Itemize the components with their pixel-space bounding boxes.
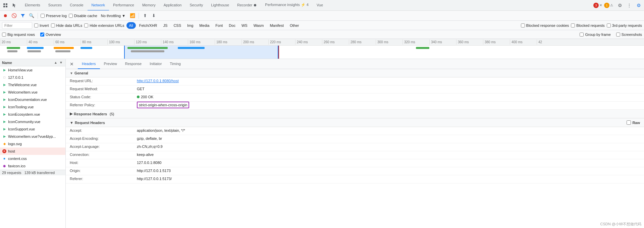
big-rows-checkbox[interactable] bbox=[2, 33, 6, 37]
screenshots-checkbox[interactable] bbox=[616, 33, 620, 37]
third-party-checkbox[interactable] bbox=[607, 23, 611, 27]
list-item[interactable]: ▶IconCommunity.vue bbox=[0, 118, 65, 125]
list-item[interactable]: ◉favicon.ico bbox=[0, 162, 65, 170]
online-icon[interactable]: 📶 bbox=[129, 12, 136, 19]
list-item[interactable]: ▶WelcomeItem.vue bbox=[0, 89, 65, 96]
timeline-bars[interactable] bbox=[0, 46, 644, 59]
tab-timing[interactable]: Timing bbox=[166, 59, 185, 69]
close-detail-button[interactable]: ✕ bbox=[68, 61, 75, 67]
blocked-cookies-label[interactable]: Blocked response cookies bbox=[521, 23, 569, 27]
request-header-row: Origin:http://127.0.0.1:5173 bbox=[66, 167, 644, 175]
blocked-requests-checkbox[interactable] bbox=[571, 23, 575, 27]
preserve-log-label[interactable]: Preserve log bbox=[41, 14, 67, 18]
tab-network[interactable]: Network bbox=[88, 0, 109, 11]
tab-response[interactable]: Response bbox=[121, 59, 146, 69]
request-header-row: Accept-Language:zh-CN,zh;q=0.9 bbox=[66, 143, 644, 151]
list-item[interactable]: ✕host bbox=[0, 148, 65, 155]
throttle-select[interactable]: No throttling ▼ bbox=[99, 13, 127, 19]
disable-cache-checkbox[interactable] bbox=[69, 14, 73, 18]
tab-vue[interactable]: Vue bbox=[313, 0, 327, 11]
list-item[interactable]: ▶HomeView.vue bbox=[0, 66, 65, 74]
invert-checkbox[interactable] bbox=[34, 23, 38, 27]
filter-input[interactable] bbox=[2, 22, 32, 29]
list-item[interactable]: ◆logo.svg bbox=[0, 140, 65, 148]
overview-checkbox[interactable] bbox=[40, 33, 44, 37]
tab-preview[interactable]: Preview bbox=[100, 59, 121, 69]
request-headers-arrow: ▼ bbox=[70, 121, 73, 125]
tab-recorder[interactable]: Recorder ⏺ bbox=[233, 0, 261, 11]
filter-type-fetch/xhr[interactable]: Fetch/XHR bbox=[137, 22, 160, 29]
raw-label[interactable]: Raw bbox=[627, 120, 640, 125]
blocked-requests-label[interactable]: Blocked requests bbox=[571, 23, 604, 27]
group-by-frame-checkbox[interactable] bbox=[580, 33, 584, 37]
general-section-header[interactable]: ▼ General bbox=[66, 69, 644, 77]
filter-type-media[interactable]: Media bbox=[197, 22, 212, 29]
clear-button[interactable]: 🚫 bbox=[11, 12, 17, 19]
customize-button[interactable]: ⚙ bbox=[635, 1, 643, 9]
upload-button[interactable]: ⬆ bbox=[142, 12, 148, 19]
filter-type-css[interactable]: CSS bbox=[171, 22, 184, 29]
preserve-log-checkbox[interactable] bbox=[41, 14, 45, 18]
error-badge: 3 bbox=[593, 3, 599, 8]
raw-checkbox[interactable] bbox=[627, 120, 631, 125]
invert-label[interactable]: Invert bbox=[34, 23, 49, 27]
record-button[interactable]: ⏺ bbox=[2, 12, 9, 19]
timeline-ruler: 20 ms40 ms60 ms80 ms100 ms120 ms140 ms16… bbox=[0, 39, 644, 46]
filter-type-font[interactable]: Font bbox=[213, 22, 225, 29]
search-button[interactable]: 🔍 bbox=[28, 12, 35, 19]
list-item[interactable]: ■content.css bbox=[0, 155, 65, 162]
list-item[interactable]: ▶IconTooling.vue bbox=[0, 103, 65, 111]
hide-data-urls-label[interactable]: Hide data URLs bbox=[51, 23, 83, 27]
scroll-down-button[interactable]: ▼ bbox=[59, 61, 63, 64]
request-url-value[interactable]: http://127.0.0.1:8080/host bbox=[137, 79, 640, 83]
disable-cache-label[interactable]: Disable cache bbox=[69, 14, 97, 18]
timeline-tick: 42 bbox=[537, 40, 564, 45]
third-party-label[interactable]: 3rd-party requests bbox=[607, 23, 642, 27]
list-item[interactable]: ▶TheWelcome.vue bbox=[0, 81, 65, 89]
tab-console[interactable]: Console bbox=[66, 0, 87, 11]
tab-application[interactable]: Application bbox=[160, 0, 186, 11]
request-headers-section[interactable]: ▼ Request Headers Raw bbox=[66, 118, 644, 127]
more-button[interactable]: ⋮ bbox=[625, 1, 633, 9]
overview-label[interactable]: Overview bbox=[40, 33, 61, 37]
hide-ext-urls-checkbox[interactable] bbox=[84, 23, 88, 27]
cursor-icon[interactable] bbox=[10, 1, 18, 9]
tab-elements[interactable]: Elements bbox=[21, 0, 44, 11]
tab-perf-insights[interactable]: Performance insights ⚡ 4 bbox=[261, 0, 313, 11]
timeline-tick: 40 ms bbox=[27, 40, 54, 45]
list-item[interactable]: □127.0.0.1 bbox=[0, 74, 65, 81]
group-by-frame-label[interactable]: Group by frame bbox=[580, 33, 610, 37]
list-item[interactable]: ▶WelcomeItem.vue?vue&typ... bbox=[0, 133, 65, 140]
scroll-up-button[interactable]: ▲ bbox=[53, 61, 58, 64]
filter-type-doc[interactable]: Doc bbox=[226, 22, 238, 29]
filter-type-wasm[interactable]: Wasm bbox=[251, 22, 267, 29]
devtools-icon[interactable] bbox=[1, 1, 9, 9]
hide-data-urls-checkbox[interactable] bbox=[51, 23, 55, 27]
filter-button[interactable] bbox=[19, 12, 26, 19]
tab-security[interactable]: Security bbox=[185, 0, 207, 11]
list-item[interactable]: ▶IconDocumentation.vue bbox=[0, 96, 65, 103]
timeline-tick: 240 ms bbox=[295, 40, 322, 45]
tab-initiator[interactable]: Initiator bbox=[146, 59, 166, 69]
tab-headers[interactable]: Headers bbox=[78, 59, 100, 69]
filter-type-other[interactable]: Other bbox=[287, 22, 302, 29]
tab-lighthouse[interactable]: Lighthouse bbox=[207, 0, 233, 11]
tab-performance[interactable]: Performance bbox=[109, 0, 138, 11]
big-rows-label[interactable]: Big request rows bbox=[2, 33, 35, 37]
download-button[interactable]: ⬇ bbox=[150, 12, 157, 19]
filter-type-all[interactable]: All bbox=[126, 22, 136, 29]
hide-ext-urls-label[interactable]: Hide extension URLs bbox=[84, 23, 124, 27]
filter-type-ws[interactable]: WS bbox=[239, 22, 250, 29]
list-item[interactable]: ▶IconEcosystem.vue bbox=[0, 111, 65, 118]
filter-type-js[interactable]: JS bbox=[161, 22, 170, 29]
response-headers-section[interactable]: ▶ Response Headers (5) bbox=[66, 110, 644, 118]
list-item[interactable]: ▶IconSupport.vue bbox=[0, 125, 65, 133]
filter-type-manifest[interactable]: Manifest bbox=[267, 22, 286, 29]
tab-sources[interactable]: Sources bbox=[44, 0, 66, 11]
screenshots-label[interactable]: Screenshots bbox=[616, 33, 642, 37]
filter-type-img[interactable]: Img bbox=[184, 22, 196, 29]
response-headers-count: (5) bbox=[110, 112, 114, 116]
tab-memory[interactable]: Memory bbox=[138, 0, 160, 11]
settings-button[interactable]: ⚙ bbox=[616, 1, 624, 9]
blocked-cookies-checkbox[interactable] bbox=[521, 23, 525, 27]
